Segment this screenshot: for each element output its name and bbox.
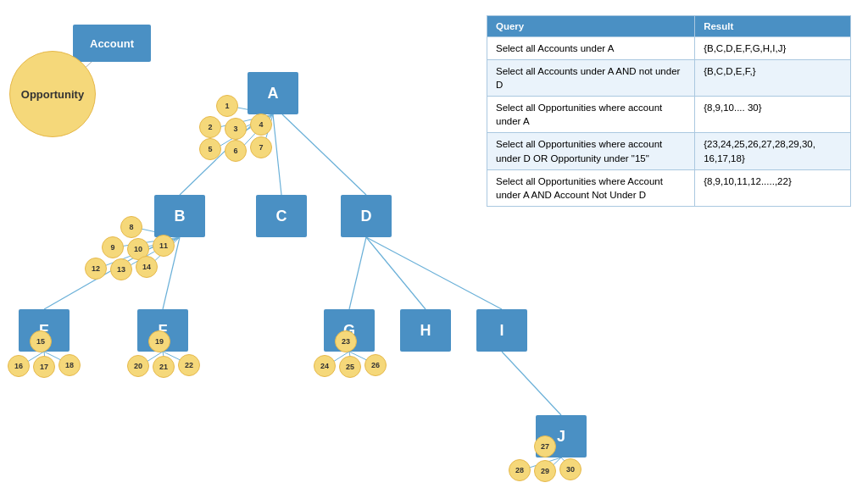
svg-line-30 — [366, 237, 502, 309]
opp-25: 25 — [339, 356, 361, 378]
opp-14: 14 — [136, 256, 158, 278]
opp-26: 26 — [364, 354, 387, 376]
opp-9: 9 — [102, 236, 124, 258]
node-c: C — [256, 195, 307, 237]
opp-4: 4 — [250, 114, 272, 136]
node-i: I — [476, 309, 527, 352]
svg-line-10 — [282, 114, 366, 195]
opp-1: 1 — [216, 95, 238, 117]
opp-15: 15 — [30, 330, 52, 352]
opp-20: 20 — [127, 355, 149, 377]
opp-5: 5 — [199, 138, 221, 160]
opp-6: 6 — [225, 140, 247, 162]
query-table: Query Result Select all Accounts under A… — [487, 15, 851, 207]
opp-18: 18 — [58, 354, 81, 376]
svg-line-9 — [273, 114, 281, 195]
opp-24: 24 — [314, 355, 336, 377]
node-b: B — [154, 195, 205, 237]
opp-17: 17 — [33, 356, 55, 378]
table-cell-query-0: Select all Accounts under A — [487, 37, 695, 60]
col-result: Result — [695, 16, 851, 37]
opp-28: 28 — [509, 459, 531, 481]
node-h: H — [400, 309, 451, 352]
table-cell-result-4: {8,9,10,11,12.....,22} — [695, 169, 851, 206]
opp-3: 3 — [225, 118, 247, 140]
opp-7: 7 — [250, 136, 272, 158]
svg-line-35 — [502, 352, 561, 415]
legend-opportunity: Opportunity — [9, 51, 96, 137]
opp-13: 13 — [110, 258, 132, 280]
table-cell-result-0: {B,C,D,E,F,G,H,I,J} — [695, 37, 851, 60]
node-a: A — [248, 72, 298, 114]
opp-30: 30 — [559, 458, 581, 480]
opp-16: 16 — [8, 355, 30, 377]
opp-27: 27 — [534, 435, 556, 458]
legend-account: Account — [73, 25, 151, 62]
opp-2: 2 — [199, 116, 221, 138]
table-cell-query-1: Select all Accounts under A AND not unde… — [487, 60, 695, 97]
table-cell-result-3: {23,24,25,26,27,28,29,30, 16,17,18} — [695, 133, 851, 169]
table-cell-result-1: {B,C,D,E,F,} — [695, 60, 851, 97]
node-d: D — [341, 195, 392, 237]
opp-8: 8 — [120, 216, 142, 238]
col-query: Query — [487, 16, 695, 37]
svg-line-28 — [349, 237, 366, 309]
table-cell-query-2: Select all Opportunities where account u… — [487, 97, 695, 133]
opp-19: 19 — [148, 330, 170, 352]
table-cell-query-3: Select all Opportunities where account u… — [487, 133, 695, 169]
opp-21: 21 — [153, 356, 175, 378]
table-cell-query-4: Select all Opportunities where Account u… — [487, 169, 695, 206]
opp-23: 23 — [335, 330, 357, 352]
svg-line-29 — [366, 237, 426, 309]
opp-11: 11 — [153, 235, 175, 257]
opp-22: 22 — [178, 354, 200, 376]
table-cell-result-2: {8,9,10.... 30} — [695, 97, 851, 133]
diagram-area: Account Opportunity A B C D E F G H I J … — [0, 0, 868, 488]
opp-12: 12 — [85, 258, 107, 280]
opp-29: 29 — [534, 460, 556, 482]
